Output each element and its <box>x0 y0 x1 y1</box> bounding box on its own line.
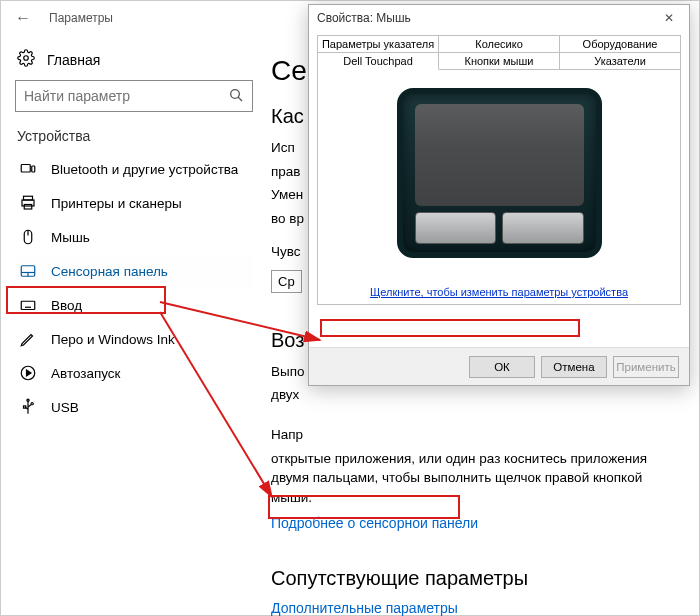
tab-pointer-options[interactable]: Параметры указателя <box>318 36 439 53</box>
printer-icon <box>19 194 37 212</box>
dialog-titlebar[interactable]: Свойства: Мышь ✕ <box>309 5 689 31</box>
sidebar-item-typing[interactable]: Ввод <box>15 288 253 322</box>
svg-point-1 <box>231 89 240 98</box>
tab-dell-touchpad[interactable]: Dell Touchpad <box>318 53 439 70</box>
tab-pointers[interactable]: Указатели <box>560 53 680 70</box>
sidebar-item-home[interactable]: Главная <box>15 43 253 80</box>
ok-button[interactable]: ОК <box>469 356 535 378</box>
touchpad-illustration <box>397 88 602 258</box>
search-input[interactable] <box>15 80 253 112</box>
more-touchpad-link[interactable]: Подробнее о сенсорной панели <box>271 515 478 531</box>
tab-panel: Щелкните, чтобы изменить параметры устро… <box>318 70 680 304</box>
search-field[interactable] <box>24 88 228 104</box>
touchpad-icon <box>19 262 37 280</box>
sidebar-item-label: Bluetooth и другие устройства <box>51 162 238 177</box>
apply-button[interactable]: Применить <box>613 356 679 378</box>
tab-wheel[interactable]: Колесико <box>439 36 560 53</box>
sidebar-item-pen[interactable]: Перо и Windows Ink <box>15 322 253 356</box>
tab-hardware[interactable]: Оборудование <box>560 36 680 53</box>
svg-rect-7 <box>24 205 32 210</box>
svg-line-2 <box>238 97 242 101</box>
cancel-button[interactable]: Отмена <box>541 356 607 378</box>
svg-point-0 <box>24 56 29 61</box>
sidebar-item-label: Мышь <box>51 230 90 245</box>
tab-strip: Параметры указателя Колесико Оборудовани… <box>317 35 681 305</box>
svg-rect-3 <box>21 165 30 173</box>
sidebar-item-usb[interactable]: USB <box>15 390 253 424</box>
sidebar-item-label: Принтеры и сканеры <box>51 196 182 211</box>
back-arrow-icon[interactable]: ← <box>15 9 31 27</box>
sidebar-item-label: Перо и Windows Ink <box>51 332 175 347</box>
related-heading: Сопутствующие параметры <box>271 567 669 590</box>
sidebar-item-label: Автозапуск <box>51 366 121 381</box>
sidebar-section-label: Устройства <box>15 128 253 144</box>
sidebar-item-bluetooth[interactable]: Bluetooth и другие устройства <box>15 152 253 186</box>
autoplay-icon <box>19 364 37 382</box>
sidebar-item-autoplay[interactable]: Автозапуск <box>15 356 253 390</box>
sidebar: Главная Устройства Bluetooth и другие ус… <box>1 35 263 615</box>
change-device-settings-link[interactable]: Щелкните, чтобы изменить параметры устро… <box>370 286 628 298</box>
gear-icon <box>17 49 35 70</box>
usb-icon <box>19 398 37 416</box>
sidebar-item-printers[interactable]: Принтеры и сканеры <box>15 186 253 220</box>
sidebar-item-mouse[interactable]: Мышь <box>15 220 253 254</box>
sidebar-item-label: USB <box>51 400 79 415</box>
sidebar-item-label: Сенсорная панель <box>51 264 168 279</box>
svg-marker-19 <box>27 370 32 376</box>
additional-settings-link[interactable]: Дополнительные параметры <box>271 600 458 616</box>
devices-icon <box>19 160 37 178</box>
search-icon <box>228 87 244 106</box>
dialog-footer: ОК Отмена Применить <box>309 347 689 385</box>
svg-point-23 <box>31 403 33 405</box>
sidebar-item-touchpad[interactable]: Сенсорная панель <box>15 254 253 288</box>
dialog-title: Свойства: Мышь <box>317 11 411 25</box>
svg-rect-22 <box>24 406 26 408</box>
text-line: открытые приложения, или один раз коснит… <box>271 449 669 508</box>
sidebar-item-label: Ввод <box>51 298 82 313</box>
keyboard-icon <box>19 296 37 314</box>
text-line: Напр <box>271 425 669 445</box>
sidebar-home-label: Главная <box>47 52 100 68</box>
text-line: двух <box>271 385 669 405</box>
tab-buttons[interactable]: Кнопки мыши <box>439 53 560 70</box>
sensitivity-dropdown[interactable]: Ср <box>271 270 302 293</box>
mouse-icon <box>19 228 37 246</box>
settings-title: Параметры <box>49 11 113 25</box>
mouse-properties-dialog: Свойства: Мышь ✕ Параметры указателя Кол… <box>308 4 690 386</box>
svg-rect-4 <box>32 166 35 172</box>
close-icon[interactable]: ✕ <box>649 5 689 31</box>
pen-icon <box>19 330 37 348</box>
svg-rect-13 <box>21 301 35 309</box>
